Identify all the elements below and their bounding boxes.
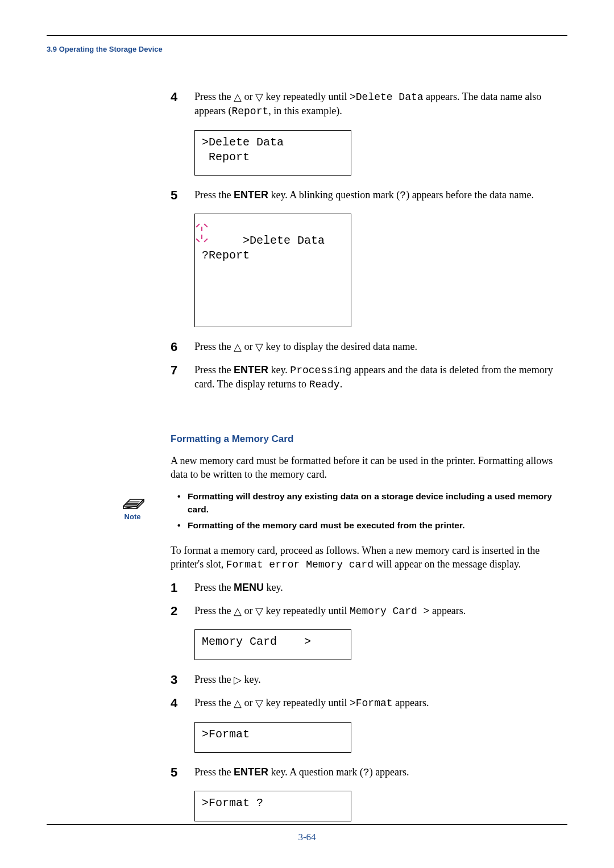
text: Press the xyxy=(194,605,234,616)
code-text: Ready xyxy=(309,379,340,390)
step-number: 2 xyxy=(171,604,194,617)
text: key. xyxy=(264,582,283,593)
text: or xyxy=(242,341,255,352)
key-name: MENU xyxy=(234,582,264,593)
note-list: Formatting will destroy any existing dat… xyxy=(171,490,567,532)
step-b2: 2 Press the △ or ▽ key repeatedly until … xyxy=(171,604,567,621)
step-body: Press the △ or ▽ key to display the desi… xyxy=(194,340,567,357)
text: Press the xyxy=(194,697,234,708)
lcd-line: >Delete Data xyxy=(243,234,325,247)
lcd-display: >Delete Data ?Report xyxy=(194,214,351,327)
text: Press the xyxy=(194,364,234,375)
text: key. xyxy=(268,364,290,375)
text: Press the xyxy=(194,766,234,778)
step-number: 7 xyxy=(171,363,194,377)
note-block: Note Formatting will destroy any existin… xyxy=(171,490,567,532)
top-rule xyxy=(47,35,567,36)
step-body: Press the MENU key. xyxy=(194,581,567,598)
text: appears. xyxy=(393,697,429,708)
code-text: >Format xyxy=(350,698,393,709)
text: Press the xyxy=(194,582,234,593)
triangle-up-icon: △ xyxy=(234,340,242,354)
text: key. A question mark ( xyxy=(268,766,363,778)
code-text: Memory Card > xyxy=(350,606,429,617)
svg-marker-3 xyxy=(123,499,144,508)
lcd-display: Memory Card > xyxy=(194,629,351,660)
text: ) appears. xyxy=(370,766,409,778)
step-a7: 7 Press the ENTER key. Processing appear… xyxy=(171,363,567,395)
step-number: 6 xyxy=(171,340,194,353)
triangle-right-icon: ▷ xyxy=(234,673,242,687)
step-b4: 4 Press the △ or ▽ key repeatedly until … xyxy=(171,696,567,713)
blink-indicator-icon xyxy=(197,216,212,231)
intro-paragraph: A new memory card must be formatted befo… xyxy=(171,454,567,482)
step-body: Press the △ or ▽ key repeatedly until >D… xyxy=(194,90,567,122)
triangle-down-icon: ▽ xyxy=(255,696,263,710)
lcd-display: >Delete Data Report xyxy=(194,130,351,176)
text: key. xyxy=(242,674,261,685)
step-body: Press the ENTER key. A blinking question… xyxy=(194,188,567,206)
text: or xyxy=(242,91,255,102)
section-heading: Formatting a Memory Card xyxy=(171,433,567,446)
triangle-down-icon: ▽ xyxy=(255,340,263,354)
lead-paragraph: To format a memory card, proceed as foll… xyxy=(171,544,567,572)
step-body: Press the ▷ key. xyxy=(194,673,567,690)
page: 3.9 Operating the Storage Device 4 Press… xyxy=(0,0,614,868)
bottom-rule xyxy=(47,824,567,825)
step-a5: 5 Press the ENTER key. A blinking questi… xyxy=(171,188,567,206)
code-text: Format error Memory card xyxy=(226,559,374,570)
content-column: 4 Press the △ or ▽ key repeatedly until … xyxy=(171,90,567,834)
step-number: 1 xyxy=(171,581,194,594)
text: . xyxy=(340,378,343,390)
step-number: 5 xyxy=(171,765,194,779)
text: key. A blinking question mark ( xyxy=(268,189,400,201)
step-b5: 5 Press the ENTER key. A question mark (… xyxy=(171,765,567,783)
code-text: Report xyxy=(231,106,268,117)
text: , in this example). xyxy=(268,105,342,116)
lcd-display: >Format ? xyxy=(194,791,351,821)
text: key to display the desired data name. xyxy=(263,341,417,352)
triangle-down-icon: ▽ xyxy=(255,604,263,618)
triangle-up-icon: △ xyxy=(234,604,242,618)
note-item: Formatting of the memory card must be ex… xyxy=(188,519,567,532)
triangle-up-icon: △ xyxy=(234,90,242,104)
step-body: Press the △ or ▽ key repeatedly until Me… xyxy=(194,604,567,621)
triangle-down-icon: ▽ xyxy=(255,90,263,104)
step-number: 3 xyxy=(171,673,194,686)
step-body: Press the △ or ▽ key repeatedly until >F… xyxy=(194,696,567,713)
text: or xyxy=(242,697,255,708)
note-item: Formatting will destroy any existing dat… xyxy=(188,490,567,516)
key-name: ENTER xyxy=(234,189,268,201)
step-number: 5 xyxy=(171,188,194,202)
text: Press the xyxy=(194,91,234,102)
key-name: ENTER xyxy=(234,766,268,778)
text: Press the xyxy=(194,674,234,685)
step-b1: 1 Press the MENU key. xyxy=(171,581,567,598)
text: or xyxy=(242,605,255,616)
text: key repeatedly until xyxy=(263,697,350,708)
text: appears. xyxy=(429,605,466,616)
code-text: ? xyxy=(400,190,406,201)
lcd-line: ?Report xyxy=(202,249,250,262)
step-a6: 6 Press the △ or ▽ key to display the de… xyxy=(171,340,567,357)
step-b3: 3 Press the ▷ key. xyxy=(171,673,567,690)
triangle-up-icon: △ xyxy=(234,696,242,710)
text: Press the xyxy=(194,189,234,201)
lcd-display: >Format xyxy=(194,722,351,753)
step-number: 4 xyxy=(171,90,194,103)
code-text: ? xyxy=(363,767,370,778)
text: Press the xyxy=(194,341,234,352)
step-body: Press the ENTER key. Processing appears … xyxy=(194,363,567,395)
text: ) appears before the data name. xyxy=(406,189,534,201)
key-name: ENTER xyxy=(234,364,268,375)
text: will appear on the message display. xyxy=(374,558,521,570)
code-text: Processing xyxy=(290,365,351,376)
text: key repeatedly until xyxy=(263,605,350,616)
step-number: 4 xyxy=(171,696,194,710)
page-number: 3-64 xyxy=(0,831,614,844)
step-a4: 4 Press the △ or ▽ key repeatedly until … xyxy=(171,90,567,122)
note-label: Note xyxy=(113,512,152,522)
note-icon: Note xyxy=(113,488,152,522)
running-head: 3.9 Operating the Storage Device xyxy=(47,44,163,55)
step-body: Press the ENTER key. A question mark (?)… xyxy=(194,765,567,783)
